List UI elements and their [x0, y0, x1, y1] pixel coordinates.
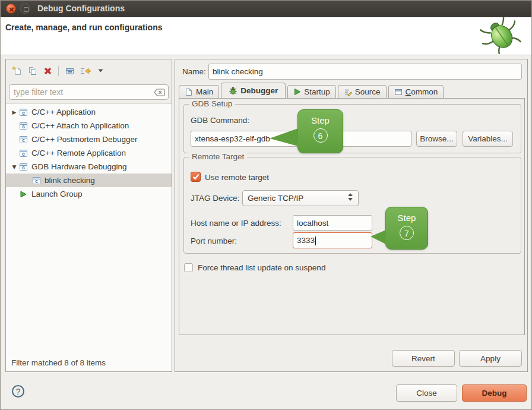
svg-text:c: c	[22, 165, 25, 171]
remote-target-legend: Remote Target	[189, 152, 247, 161]
name-input[interactable]	[208, 64, 522, 80]
host-label: Host name or IP address:	[191, 219, 281, 228]
window-restore-icon[interactable]	[20, 4, 30, 14]
c-app-icon: c	[19, 163, 29, 171]
step-7-number: 7	[400, 226, 414, 240]
step-6-callout: Step 6	[297, 109, 343, 153]
text-caret	[315, 236, 316, 245]
callout-arrow-icon	[370, 230, 386, 244]
gdb-setup-group: GDB Setup GDB Command: Browse... Variabl…	[183, 104, 521, 153]
tab-label: Common	[406, 87, 438, 96]
common-window-icon	[394, 88, 403, 96]
tree-item-label: C/C++ Postmortem Debugger	[31, 135, 138, 144]
tree-item-c-c-postmortem-debugger[interactable]: cC/C++ Postmortem Debugger	[6, 133, 172, 146]
debug-bug-logo-icon	[478, 17, 524, 56]
help-button[interactable]: ?	[12, 385, 24, 398]
clear-filter-icon[interactable]	[154, 88, 165, 99]
jtag-device-label: JTAG Device:	[191, 194, 239, 203]
config-tree: ▶cC/C++ ApplicationcC/C++ Attach to Appl…	[6, 105, 172, 201]
tab-label: Source	[355, 87, 381, 96]
filter-launch-configs-icon[interactable]	[78, 64, 92, 78]
configurations-sidebar: ▶cC/C++ ApplicationcC/C++ Attach to Appl…	[5, 59, 172, 372]
duplicate-launch-config-icon[interactable]	[25, 64, 39, 78]
tab-startup[interactable]: Startup	[287, 85, 336, 98]
tab-label: Debugger	[240, 86, 278, 95]
use-remote-target-label: Use remote target	[205, 173, 269, 182]
tree-expand-arrow-icon[interactable]: ▶	[10, 109, 19, 115]
c-app-icon: c	[19, 149, 29, 157]
toolbar-separator	[58, 66, 59, 76]
document-icon	[185, 88, 193, 96]
filter-status-text: Filter matched 8 of 8 items	[11, 358, 106, 367]
tab-source[interactable]: Source	[338, 85, 387, 98]
variables-button[interactable]: Variables...	[463, 131, 513, 147]
tree-item-label: C/C++ Attach to Application	[31, 121, 129, 130]
port-number-input[interactable]: 3333	[293, 232, 372, 248]
debug-configurations-window: Debug Configurations Create, manage, and…	[0, 0, 532, 410]
svg-text:c: c	[22, 151, 25, 157]
name-label: Name:	[182, 67, 206, 76]
force-thread-checkbox[interactable]	[184, 263, 193, 272]
browse-button[interactable]: Browse...	[416, 131, 457, 147]
c-app-icon: c	[32, 176, 42, 185]
tab-main[interactable]: Main	[179, 85, 219, 98]
tab-label: Main	[196, 87, 213, 96]
use-remote-target-checkbox[interactable]	[191, 172, 201, 182]
tab-label: Startup	[304, 87, 330, 96]
apply-button[interactable]: Apply	[459, 350, 522, 367]
source-icon	[344, 88, 352, 96]
dialog-header: Create, manage, and run configurations	[1, 17, 531, 55]
launch-config-toolbar	[10, 62, 109, 80]
toolbar-dropdown-icon[interactable]	[93, 64, 107, 78]
titlebar: Debug Configurations	[1, 1, 531, 18]
gdb-setup-legend: GDB Setup	[189, 99, 235, 108]
svg-text:c: c	[22, 110, 25, 116]
tree-item-label: C/C++ Remote Application	[31, 149, 126, 157]
tree-expand-arrow-icon[interactable]: ▼	[10, 164, 19, 170]
jtag-device-select[interactable]: Generic TCP/IP	[242, 190, 359, 206]
svg-text:c: c	[22, 137, 25, 143]
step-6-label: Step	[298, 115, 343, 125]
tree-item-label: blink checking	[45, 176, 95, 185]
combo-spinner-icon	[348, 193, 353, 201]
delete-launch-config-icon[interactable]	[40, 64, 55, 78]
config-tabs: MainDebuggerStartupSourceCommon	[179, 84, 445, 98]
c-app-icon: c	[19, 135, 29, 144]
filter-row	[9, 84, 169, 100]
tree-item-gdb-hardware-debugging[interactable]: ▼cGDB Hardware Debugging	[6, 160, 172, 174]
debug-button[interactable]: Debug	[462, 384, 527, 402]
tree-item-launch-group[interactable]: Launch Group	[6, 187, 172, 201]
tab-debugger[interactable]: Debugger	[221, 83, 286, 98]
revert-button[interactable]: Revert	[392, 350, 455, 367]
tab-common[interactable]: Common	[388, 85, 444, 98]
tree-item-label: C/C++ Application	[31, 108, 96, 116]
c-app-icon: c	[19, 122, 29, 130]
close-button[interactable]: Close	[396, 384, 457, 402]
filter-input[interactable]	[9, 84, 169, 100]
header-title: Create, manage, and run configurations	[5, 23, 163, 32]
step-7-label: Step	[386, 213, 428, 223]
tree-item-label: GDB Hardware Debugging	[31, 162, 127, 171]
startup-play-icon	[293, 88, 301, 96]
collapse-all-icon[interactable]	[62, 64, 77, 78]
tree-item-blink-checking[interactable]: cblink checking	[6, 174, 172, 187]
window-close-icon[interactable]	[6, 4, 16, 14]
remote-target-group: Remote Target Use remote target JTAG Dev…	[183, 157, 521, 254]
tree-item-c-c-remote-application[interactable]: cC/C++ Remote Application	[6, 146, 172, 160]
step-6-number: 6	[314, 128, 328, 143]
svg-text:c: c	[22, 124, 25, 130]
new-launch-config-icon[interactable]	[10, 64, 24, 78]
c-app-icon: c	[19, 108, 29, 116]
host-input[interactable]	[293, 215, 372, 231]
launch-group-icon	[19, 190, 29, 198]
tree-item-c-c-application[interactable]: ▶cC/C++ Application	[6, 105, 172, 119]
jtag-device-value: Generic TCP/IP	[248, 194, 303, 203]
force-thread-label: Force thread list update on suspend	[198, 263, 325, 272]
port-number-value: 3333	[297, 236, 315, 245]
tree-item-label: Launch Group	[31, 190, 83, 198]
gdb-command-label: GDB Command:	[191, 116, 249, 125]
tree-item-c-c-attach-to-application[interactable]: cC/C++ Attach to Application	[6, 119, 172, 133]
port-number-label: Port number:	[191, 236, 237, 245]
config-tree-area: ▶cC/C++ ApplicationcC/C++ Attach to Appl…	[6, 103, 172, 371]
step-7-callout: Step 7	[385, 207, 428, 250]
